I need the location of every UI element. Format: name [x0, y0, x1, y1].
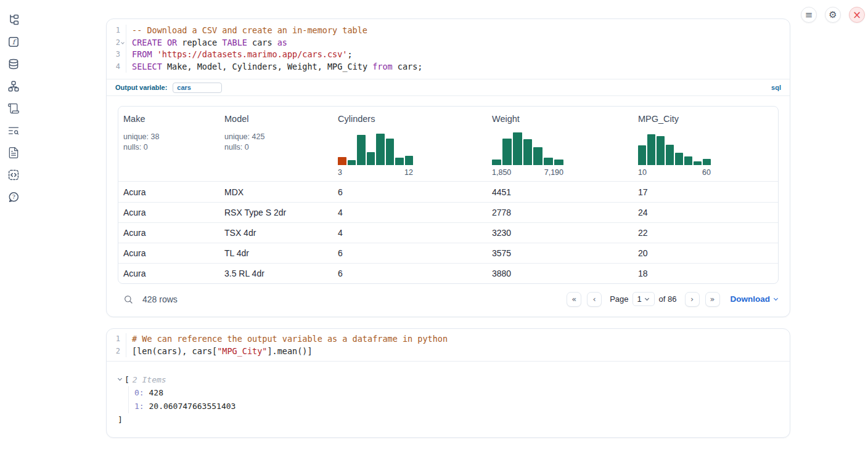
sidebar-item-datasources[interactable] [7, 58, 20, 70]
code-text: CREATE OR replace TABLE cars as [126, 37, 287, 49]
sql-cell-output: Makeunique: 38nulls: 0Modelunique: 425nu… [107, 96, 790, 317]
histogram-bars[interactable] [638, 132, 711, 165]
histogram-bar [395, 158, 404, 165]
chevron-right-icon: › [690, 295, 694, 303]
table-row[interactable]: Acura3.5 RL 4dr6388018 [118, 263, 778, 283]
code-line[interactable]: 1-- Download a CSV and create an in-memo… [107, 25, 790, 37]
table-cell: Acura [118, 243, 219, 263]
table-cell: 3.5 RL 4dr [219, 264, 333, 283]
notebook-actions: ≡ ⚙ × [801, 7, 865, 23]
snippets-icon [7, 169, 20, 181]
column-header-weight[interactable]: Weight1,8507,190 [487, 107, 633, 181]
menu-icon: ≡ [805, 10, 813, 20]
file-tree-icon [7, 14, 20, 26]
histogram-bar [675, 153, 683, 165]
table-cell: 3575 [487, 243, 633, 263]
table-row[interactable]: AcuraRSX Type S 2dr4277824 [118, 202, 778, 222]
code-line[interactable]: 3FROM 'https://datasets.marimo.app/cars.… [107, 49, 790, 61]
first-page-button[interactable]: « [567, 292, 581, 307]
data-table: Makeunique: 38nulls: 0Modelunique: 425nu… [118, 106, 779, 284]
fold-gutter [120, 333, 126, 346]
chevrons-left-icon: « [571, 295, 576, 303]
prev-page-button[interactable]: ‹ [587, 292, 602, 307]
histogram-bar [657, 136, 665, 165]
table-cell: 20 [633, 243, 778, 263]
code-text: FROM 'https://datasets.marimo.app/cars.c… [126, 49, 353, 61]
histogram-bars[interactable] [492, 132, 563, 165]
histogram-bar [492, 160, 501, 165]
table-body: AcuraMDX6445117AcuraRSX Type S 2dr427782… [118, 182, 778, 283]
svg-text:?: ? [12, 193, 15, 200]
search-list-icon [7, 124, 20, 137]
settings-button[interactable]: ⚙ [825, 7, 841, 23]
histogram-bar [694, 161, 702, 165]
notebook-content: 1-- Download a CSV and create an in-memo… [106, 0, 790, 438]
next-page-button[interactable]: › [685, 292, 700, 307]
histogram-bar [638, 145, 646, 165]
sidebar-panel-switcher: f ? [0, 0, 27, 449]
histogram-bar [367, 152, 375, 165]
line-number: 2 [107, 37, 120, 49]
table-cell: 6 [333, 243, 487, 263]
table-cell: 6 [333, 182, 487, 202]
page-select[interactable]: 1 [633, 292, 655, 306]
table-search-button[interactable] [123, 294, 133, 304]
histogram-bar [338, 157, 346, 165]
tree-entry: 0: 428 [134, 386, 779, 400]
code-text: # We can reference the output variable a… [126, 333, 448, 346]
sidebar-item-help[interactable]: ? [7, 191, 20, 203]
code-editor-sql[interactable]: 1-- Download a CSV and create an in-memo… [107, 19, 790, 79]
code-line[interactable]: 1# We can reference the output variable … [107, 333, 790, 346]
table-cell: 4 [333, 223, 487, 243]
code-text: -- Download a CSV and create an in-memor… [126, 25, 367, 37]
column-header-cylinders[interactable]: Cylinders312 [333, 107, 487, 181]
column-header-model[interactable]: Modelunique: 425nulls: 0 [219, 107, 333, 181]
table-cell: 6 [333, 264, 487, 283]
column-header-mpg_city[interactable]: MPG_City1060 [633, 107, 778, 181]
table-cell: Acura [118, 182, 219, 202]
page-select-value: 1 [637, 294, 642, 304]
chevron-left-icon: ‹ [593, 295, 596, 303]
histogram-bar [544, 158, 553, 165]
fold-gutter [120, 61, 126, 73]
table-cell: Acura [118, 203, 219, 222]
table-header: Makeunique: 38nulls: 0Modelunique: 425nu… [118, 107, 778, 182]
fold-gutter[interactable] [120, 37, 126, 49]
sidebar-item-dependency-graph[interactable] [7, 80, 20, 92]
table-row[interactable]: AcuraTSX 4dr4323022 [118, 222, 778, 243]
marimo-notebook: { "colors": { "keyword": "#872ca2", "str… [0, 0, 868, 449]
sidebar-item-functions[interactable]: f [7, 36, 20, 48]
output-variable-input[interactable] [173, 83, 222, 93]
table-row[interactable]: AcuraTL 4dr6357520 [118, 243, 778, 263]
menu-button[interactable]: ≡ [801, 7, 817, 23]
column-histogram: 1,8507,190 [492, 132, 628, 177]
functions-icon: f [7, 36, 20, 48]
code-editor-python[interactable]: 1# We can reference the output variable … [107, 329, 790, 362]
histogram-bar [684, 156, 692, 165]
column-header-make[interactable]: Makeunique: 38nulls: 0 [118, 107, 219, 181]
sidebar-item-file-tree[interactable] [7, 14, 20, 26]
histogram-bar [386, 139, 395, 165]
histogram-bars[interactable] [338, 132, 413, 165]
column-stats: unique: 425nulls: 0 [224, 132, 328, 152]
tree-index: 1: [134, 402, 144, 411]
close-bracket: ] [118, 413, 779, 427]
sidebar-item-documentation[interactable] [7, 147, 20, 159]
code-line[interactable]: 2CREATE OR replace TABLE cars as [107, 37, 790, 49]
table-row[interactable]: AcuraMDX6445117 [118, 182, 778, 202]
sidebar-item-scratchpad-search[interactable] [7, 124, 20, 137]
sidebar-item-snippets[interactable] [7, 169, 20, 181]
table-cell: 18 [633, 264, 778, 283]
column-histogram: 312 [338, 132, 482, 177]
shutdown-button[interactable]: × [849, 7, 865, 23]
line-number: 1 [107, 25, 120, 37]
fold-gutter [120, 346, 126, 358]
download-button[interactable]: Download [731, 294, 778, 304]
last-page-button[interactable]: » [705, 292, 720, 307]
code-line[interactable]: 4SELECT Make, Model, Cylinders, Weight, … [107, 61, 790, 73]
collapse-chevron-icon[interactable] [118, 376, 122, 380]
code-line[interactable]: 2[len(cars), cars["MPG_City"].mean()] [107, 346, 790, 358]
sidebar-item-logs[interactable] [7, 102, 20, 115]
histogram-bar [554, 160, 563, 165]
chevron-down-icon [774, 296, 778, 301]
